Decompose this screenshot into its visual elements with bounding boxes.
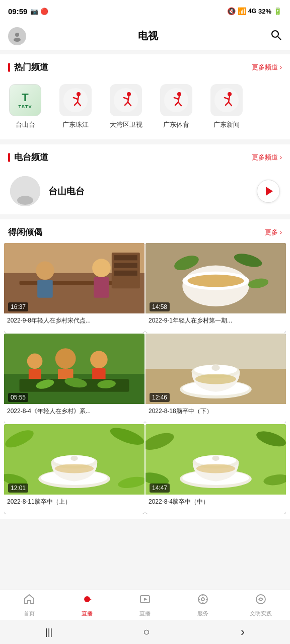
video-grid: 16:37 2022-9-8年轻人在乡村宋代点...	[0, 243, 290, 514]
video-card-4[interactable]: 12:46 2022-8-18脑卒中（下）	[146, 334, 286, 423]
svg-rect-35	[37, 280, 53, 298]
gdxw-logo	[210, 84, 243, 116]
svg-point-99	[201, 598, 204, 601]
svg-point-54	[55, 348, 76, 369]
video-section-header: 得闲倾偈 更多	[0, 219, 290, 243]
video-card-6[interactable]: 14:47 2022-8-4脑卒中（中）	[146, 424, 286, 514]
svg-marker-97	[144, 598, 148, 601]
svg-point-56	[90, 351, 108, 368]
nav-item-play[interactable]: 直播	[116, 593, 174, 617]
svg-point-69	[195, 374, 236, 384]
video-more-button[interactable]: 更多	[265, 228, 282, 237]
svg-point-16	[164, 88, 188, 112]
video-title-4: 2022-8-18脑卒中（下）	[146, 404, 286, 423]
video-duration-6: 14:47	[150, 484, 170, 493]
video-section-title: 得闲倾偈	[8, 226, 42, 238]
top-nav: 电视	[0, 22, 290, 50]
gdzj-logo	[59, 84, 92, 116]
channel-item-gdzj[interactable]: 广东珠江	[50, 82, 101, 131]
radio-item[interactable]: 台山电台	[0, 168, 290, 214]
nav-item-home[interactable]: 首页	[0, 593, 58, 617]
battery-icon: 🔋	[273, 7, 282, 15]
video-title-6: 2022-8-4脑卒中（中）	[146, 495, 286, 514]
service-icon	[197, 593, 209, 608]
radio-more[interactable]: 更多频道	[252, 153, 282, 162]
android-back-button[interactable]: ‹	[241, 625, 245, 639]
video-duration-1: 16:37	[8, 302, 28, 311]
svg-point-89	[196, 464, 235, 473]
status-time: 09:59	[8, 7, 27, 16]
nav-item-culture[interactable]: 文明实践	[232, 593, 290, 617]
search-button[interactable]	[270, 29, 282, 44]
channel-item-dawan[interactable]: 大湾区卫视	[101, 82, 151, 131]
svg-point-88	[212, 456, 219, 461]
svg-point-1	[14, 38, 21, 42]
svg-point-10	[114, 88, 138, 112]
channel-name-gdzj: 广东珠江	[62, 120, 89, 129]
svg-point-52	[27, 353, 43, 369]
video-duration-2: 14:58	[150, 302, 170, 311]
video-card-3[interactable]: 05:55 2022-8-4《年轻人在乡村》系...	[4, 334, 144, 423]
nav-label-play: 直播	[139, 610, 151, 617]
svg-rect-40	[114, 263, 137, 268]
svg-point-4	[63, 88, 88, 112]
radio-play-button[interactable]	[257, 180, 280, 203]
svg-point-0	[15, 33, 19, 37]
tstv-logo: T TSTV	[9, 84, 41, 116]
svg-point-36	[92, 259, 111, 277]
svg-point-2	[272, 31, 278, 37]
nav-label-home: 首页	[24, 610, 35, 617]
signal-icon: 4G	[248, 8, 256, 15]
channel-item-tstv[interactable]: T TSTV 台山台	[0, 82, 50, 131]
svg-point-30	[17, 196, 33, 205]
video-duration-3: 05:55	[8, 393, 28, 402]
channel-name-gdxw: 广东新闻	[213, 120, 240, 129]
svg-point-34	[36, 261, 54, 280]
live-icon	[81, 593, 93, 608]
radio-section-title: 电台频道	[8, 151, 48, 163]
bottom-nav: 首页 直播 直播	[0, 590, 290, 620]
battery-level: 32%	[258, 8, 271, 15]
video-card-2[interactable]: 14:58 2022-9-1年轻人在乡村第一期...	[146, 243, 286, 333]
play-nav-icon	[139, 593, 151, 608]
radio-name: 台山电台	[48, 185, 249, 197]
svg-point-76	[70, 456, 78, 461]
channel-name-tstv: 台山台	[16, 120, 35, 129]
hot-channels-header: 热门频道 更多频道	[0, 54, 290, 78]
notification-icons: 📷 🔴	[30, 8, 48, 15]
channel-row: T TSTV 台山台 广东珠江	[0, 78, 290, 139]
mute-icon: 🔇	[227, 7, 236, 15]
culture-icon	[255, 593, 267, 608]
svg-line-3	[278, 36, 281, 40]
nav-label-live: 直播	[82, 610, 93, 617]
channel-item-gdxw[interactable]: 广东新闻	[201, 82, 252, 131]
hot-channels-more[interactable]: 更多频道	[252, 63, 282, 72]
nav-item-service[interactable]: 服务	[174, 593, 232, 617]
video-section: 得闲倾偈 更多	[0, 219, 290, 519]
page-title: 电视	[138, 29, 158, 43]
svg-point-68	[211, 365, 220, 371]
video-title-2: 2022-9-1年轻人在乡村第一期...	[146, 313, 286, 333]
status-bar: 09:59 📷 🔴 🔇 📶 4G 32% 🔋	[0, 0, 290, 22]
radio-avatar	[10, 176, 40, 206]
channel-item-gdty[interactable]: 广东体育	[151, 82, 201, 131]
nav-label-service: 服务	[197, 610, 208, 617]
radio-section: 电台频道 更多频道 台山电台	[0, 144, 290, 214]
android-home-button[interactable]: ○	[143, 625, 150, 638]
svg-point-22	[214, 88, 239, 112]
nav-label-culture: 文明实践	[250, 610, 272, 617]
radio-section-header: 电台频道 更多频道	[0, 144, 290, 168]
video-card-5[interactable]: 12:01 2022-8-11脑卒中（上）	[4, 424, 144, 514]
channel-name-dawan: 大湾区卫视	[110, 120, 142, 129]
nav-item-live[interactable]: 直播	[58, 593, 116, 617]
gdty-logo	[160, 84, 192, 116]
svg-rect-39	[114, 255, 137, 260]
video-card-1[interactable]: 16:37 2022-9-8年轻人在乡村宋代点...	[4, 243, 144, 333]
android-nav: ||| ○ ‹	[0, 620, 290, 644]
svg-rect-41	[114, 271, 137, 276]
android-recent-button[interactable]: |||	[45, 627, 52, 637]
wifi-icon: 📶	[238, 7, 246, 15]
user-avatar[interactable]	[8, 27, 26, 45]
svg-point-46	[187, 275, 244, 287]
video-title-1: 2022-9-8年轻人在乡村宋代点...	[4, 313, 144, 333]
